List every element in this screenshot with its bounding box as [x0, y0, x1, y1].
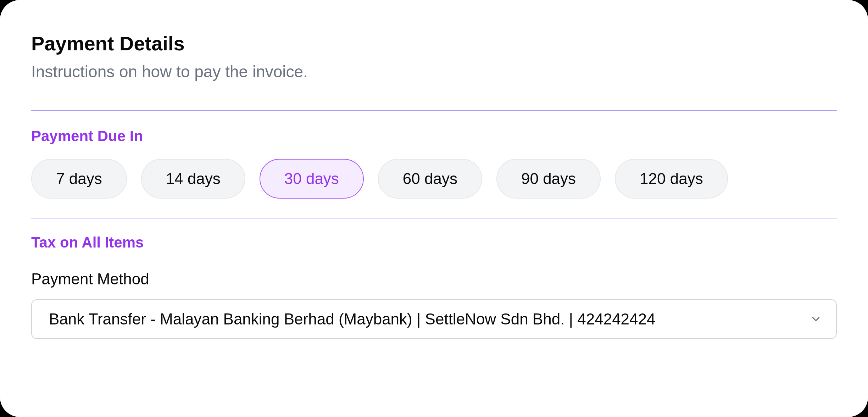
- payment-due-option-7-days[interactable]: 7 days: [31, 159, 127, 199]
- payment-due-label: Payment Due In: [31, 128, 837, 145]
- payment-due-options: 7 days 14 days 30 days 60 days 90 days 1…: [31, 159, 837, 199]
- payment-due-option-30-days[interactable]: 30 days: [260, 159, 364, 199]
- payment-due-option-14-days[interactable]: 14 days: [141, 159, 245, 199]
- tax-on-all-items-label: Tax on All Items: [31, 234, 837, 251]
- chevron-down-icon: [810, 313, 822, 325]
- payment-method-selected-value: Bank Transfer - Malayan Banking Berhad (…: [49, 310, 656, 328]
- divider: [31, 110, 837, 111]
- payment-details-card: Payment Details Instructions on how to p…: [0, 0, 868, 417]
- payment-method-label: Payment Method: [31, 270, 837, 288]
- card-title: Payment Details: [31, 31, 837, 56]
- divider: [31, 218, 837, 218]
- chip-label: 90 days: [521, 170, 576, 188]
- chip-label: 60 days: [403, 170, 457, 188]
- card-subtitle: Instructions on how to pay the invoice.: [31, 60, 837, 83]
- payment-due-option-60-days[interactable]: 60 days: [378, 159, 482, 199]
- chip-label: 14 days: [166, 170, 221, 188]
- payment-method-select[interactable]: Bank Transfer - Malayan Banking Berhad (…: [31, 299, 837, 339]
- chip-label: 120 days: [640, 170, 703, 188]
- payment-due-option-120-days[interactable]: 120 days: [615, 159, 728, 199]
- chip-label: 7 days: [56, 170, 102, 188]
- payment-due-option-90-days[interactable]: 90 days: [496, 159, 601, 199]
- chip-label: 30 days: [284, 170, 339, 188]
